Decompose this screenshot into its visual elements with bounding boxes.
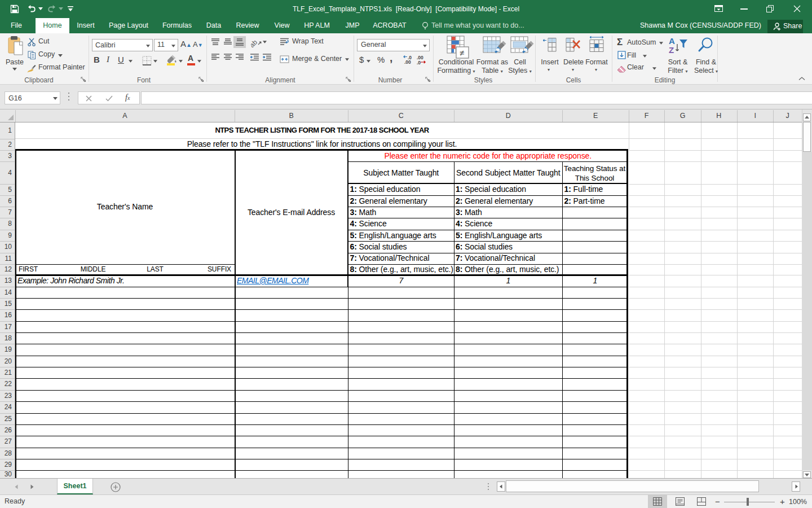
svg-text:≠: ≠ xyxy=(460,48,464,58)
svg-text:.0: .0 xyxy=(417,60,421,65)
svg-text:Z: Z xyxy=(669,45,674,55)
svg-text:ab: ab xyxy=(251,38,259,47)
svg-text:.00: .00 xyxy=(404,59,411,64)
svg-text:A: A xyxy=(669,36,675,46)
